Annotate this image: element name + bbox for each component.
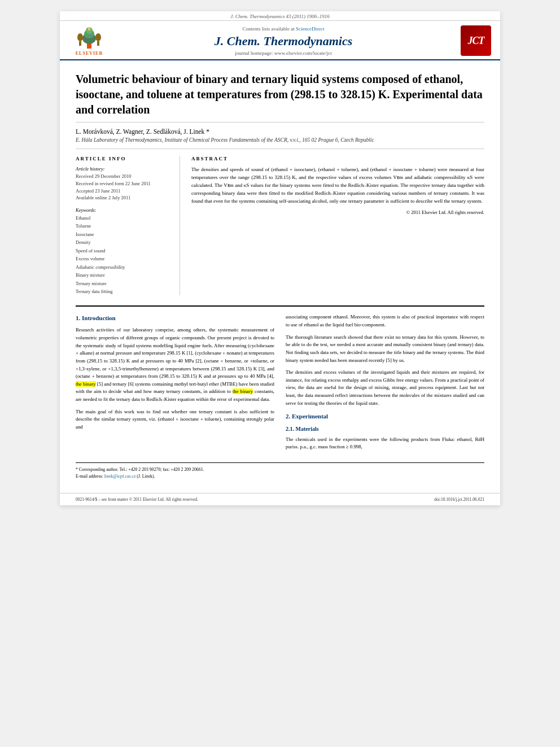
- article-content: Volumetric behaviour of binary and terna…: [60, 72, 500, 493]
- history-title: Article history:: [76, 166, 172, 172]
- body-col-right: associating component ethanol. Moreover,…: [286, 313, 484, 456]
- intro-para2: The main goal of this work was to find o…: [76, 408, 274, 431]
- footnote-email-address: linek@icpf.cas.cz: [104, 474, 136, 479]
- history-received: Received 29 December 2010 Received in re…: [76, 173, 172, 202]
- intro-right-para2: The thorough literature search showed th…: [286, 334, 484, 365]
- divider-after-affiliation: [76, 148, 484, 149]
- svg-rect-6: [79, 41, 81, 46]
- section2-title: 2. Experimental: [286, 412, 484, 421]
- jct-logo: JCT: [457, 25, 491, 56]
- body-two-columns: 1. Introduction Research activities of o…: [76, 313, 484, 456]
- body-col-left: 1. Introduction Research activities of o…: [76, 313, 274, 456]
- keywords-list: EthanolTolueneIsooctaneDensitySpeed of s…: [76, 214, 172, 295]
- elsevier-tree-icon: [75, 26, 104, 50]
- info-abstract-columns: ARTICLE INFO Article history: Received 2…: [76, 156, 484, 295]
- issn-copyright: 0021-9614/$ – see front matter © 2011 El…: [76, 497, 198, 502]
- sciencedirect-link: Contents lists available at ScienceDirec…: [110, 26, 457, 32]
- svg-point-7: [95, 33, 101, 41]
- svg-rect-8: [97, 41, 99, 46]
- journal-citation: J. Chem. Thermodynamics 43 (2011) 1906–1…: [230, 14, 330, 19]
- elsevier-logo: ELSEVIER: [69, 26, 110, 56]
- journal-name: J. Chem. Thermodynamics: [110, 34, 457, 49]
- abstract-label: ABSTRACT: [191, 156, 484, 161]
- section21-title: 2.1. Materials: [286, 425, 484, 434]
- article-page: J. Chem. Thermodynamics 43 (2011) 1906–1…: [60, 11, 500, 505]
- article-info-column: ARTICLE INFO Article history: Received 2…: [76, 156, 180, 295]
- sciencedirect-text: ScienceDirect: [296, 26, 324, 32]
- copyright: © 2011 Elsevier Ltd. All rights reserved…: [191, 209, 484, 216]
- section1-title: 1. Introduction: [76, 313, 274, 323]
- bottom-bar: 0021-9614/$ – see front matter © 2011 El…: [60, 493, 500, 505]
- svg-point-5: [77, 33, 83, 41]
- divider-main: [76, 305, 484, 307]
- journal-citation-bar: J. Chem. Thermodynamics 43 (2011) 1906–1…: [60, 11, 500, 21]
- author-names: L. Morávková, Z. Wagner, Z. Sedláková, J…: [76, 128, 209, 135]
- footnote-star: * Corresponding author. Tel.: +420 2 203…: [76, 466, 484, 473]
- elsevier-wordmark: ELSEVIER: [76, 51, 103, 56]
- abstract-text: The densities and speeds of sound of (et…: [191, 166, 484, 216]
- intro-para1: Research activities of our laboratory co…: [76, 326, 274, 403]
- article-info-label: ARTICLE INFO: [76, 156, 172, 161]
- doi: doi:10.1016/j.jct.2011.06.021: [434, 497, 484, 502]
- abstract-column: ABSTRACT The densities and speeds of sou…: [191, 156, 484, 295]
- keywords-section: Keywords: EthanolTolueneIsooctaneDensity…: [76, 207, 172, 295]
- journal-title-block: Contents lists available at ScienceDirec…: [110, 26, 457, 56]
- intro-right-para3: The densities and excess volumes of the …: [286, 369, 484, 407]
- article-title: Volumetric behaviour of binary and terna…: [76, 72, 484, 123]
- keywords-title: Keywords:: [76, 207, 172, 213]
- jct-badge-text: JCT: [461, 25, 491, 56]
- authors-line: L. Morávková, Z. Wagner, Z. Sedláková, J…: [76, 128, 484, 135]
- footnote-area: * Corresponding author. Tel.: +420 2 203…: [76, 462, 484, 479]
- affiliation: E. Hála Laboratory of Thermodynamics, In…: [76, 137, 484, 143]
- section21-text: The chemicals used in the experiments we…: [286, 436, 484, 451]
- footnote-email: E-mail address: linek@icpf.cas.cz (J. Li…: [76, 473, 484, 480]
- intro-right-para1: associating component ethanol. Moreover,…: [286, 313, 484, 329]
- journal-homepage: journal homepage: www.elsevier.com/locat…: [110, 50, 457, 56]
- article-history: Article history: Received 29 December 20…: [76, 166, 172, 202]
- svg-rect-4: [88, 27, 90, 30]
- journal-header: ELSEVIER Contents lists available at Sci…: [60, 21, 500, 60]
